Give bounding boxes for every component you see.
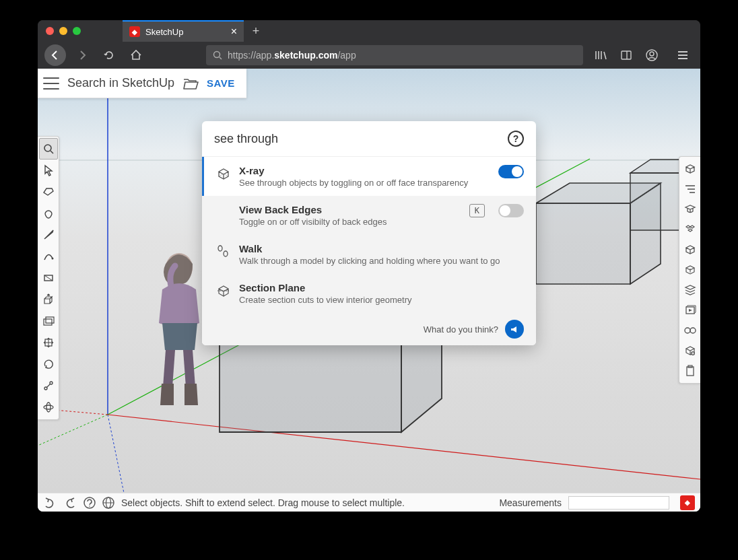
language-icon[interactable] (102, 497, 114, 509)
nav-back-button[interactable] (44, 44, 66, 66)
result-desc: Create section cuts to view interior geo… (239, 295, 524, 305)
nav-reload-button[interactable] (98, 44, 120, 66)
tab-title: SketchUp (145, 27, 183, 37)
svg-point-25 (44, 387, 47, 390)
panel-entity-info[interactable] (681, 159, 699, 179)
sidebar-icon[interactable] (615, 44, 637, 66)
search-input[interactable] (214, 132, 508, 146)
library-icon[interactable] (590, 44, 611, 66)
panel-components[interactable] (681, 219, 699, 240)
panel-instructor[interactable] (681, 199, 699, 219)
svg-line-18 (51, 151, 53, 153)
app-header: Search in SketchUp SAVE (38, 69, 246, 98)
tool-paint[interactable] (39, 203, 58, 224)
search-result-walk[interactable]: Walk Walk through a model by clicking an… (202, 235, 536, 274)
tool-offset[interactable] (39, 310, 58, 332)
tool-pushpull[interactable] (39, 289, 58, 310)
account-icon[interactable] (641, 44, 663, 66)
tool-line[interactable] (39, 224, 58, 246)
sketchup-logo-icon[interactable]: ◆ (680, 495, 695, 510)
browser-tab[interactable]: ◆ SketchUp × (123, 20, 244, 42)
tool-orbit[interactable] (39, 396, 58, 418)
svg-rect-23 (46, 317, 54, 323)
svg-point-26 (50, 382, 53, 384)
svg-line-11 (108, 415, 125, 493)
search-panel: ? X-ray See through objects by toggling … (202, 121, 536, 345)
feedback-button[interactable] (505, 320, 524, 339)
titlebar: ◆ SketchUp × + (38, 20, 700, 42)
panel-scenes[interactable] (681, 300, 699, 320)
left-toolbar (38, 136, 59, 420)
url-bar[interactable]: https://app.sketchup.com/app (206, 45, 583, 65)
svg-line-27 (47, 384, 51, 388)
right-toolbar (679, 156, 700, 384)
nav-forward-button[interactable] (71, 44, 93, 66)
panel-display[interactable] (681, 320, 699, 341)
new-tab-button[interactable]: + (246, 22, 265, 40)
svg-line-40 (224, 174, 228, 176)
panel-outliner[interactable] (681, 179, 699, 199)
svg-point-35 (690, 328, 696, 333)
url-text: https://app.sketchup.com/app (228, 50, 356, 61)
browser-window: ◆ SketchUp × + https://app.sketchup.com/… (38, 20, 700, 512)
measurements-input[interactable] (568, 496, 669, 510)
tool-tape[interactable] (39, 375, 58, 396)
panel-materials[interactable] (681, 240, 699, 260)
svg-point-17 (44, 145, 51, 151)
tool-eraser[interactable] (39, 181, 58, 203)
redo-button[interactable] (63, 497, 77, 508)
section-plane-icon (216, 283, 231, 298)
help-button[interactable]: ? (508, 131, 524, 147)
tool-rectangle[interactable] (39, 267, 58, 289)
svg-line-14 (108, 415, 700, 479)
svg-point-5 (650, 52, 654, 56)
result-title: Walk (239, 243, 524, 254)
svg-point-44 (89, 505, 90, 507)
svg-rect-22 (44, 319, 52, 325)
panel-3dwarehouse[interactable] (681, 341, 699, 361)
folder-open-icon[interactable] (182, 77, 199, 90)
tab-close-button[interactable]: × (231, 26, 237, 38)
save-button[interactable]: SAVE (207, 77, 235, 89)
search-placeholder[interactable]: Search in SketchUp (67, 76, 174, 90)
tool-move[interactable] (39, 332, 58, 353)
sketchup-favicon-icon: ◆ (129, 26, 140, 37)
back-edges-toggle[interactable] (498, 204, 524, 217)
xray-icon (216, 166, 231, 181)
window-maximize-button[interactable] (73, 27, 81, 35)
help-icon[interactable] (83, 497, 96, 509)
window-close-button[interactable] (46, 27, 54, 35)
nav-home-button[interactable] (125, 44, 147, 66)
panel-layers[interactable] (681, 280, 699, 300)
search-result-back-edges[interactable]: View Back Edges Toggle on or off visibil… (202, 196, 536, 235)
result-desc: Toggle on or off visibilty of back edges (239, 217, 461, 227)
search-result-xray[interactable]: X-ray See through objects by toggling on… (202, 157, 536, 196)
menu-icon[interactable] (672, 44, 694, 66)
xray-toggle[interactable] (498, 165, 524, 178)
undo-button[interactable] (43, 497, 57, 508)
tool-rotate[interactable] (39, 353, 58, 375)
result-title: View Back Edges (239, 204, 461, 215)
measurements-label: Measurements (499, 497, 562, 508)
canvas-viewport[interactable]: ? X-ray See through objects by toggling … (38, 69, 700, 493)
tool-select[interactable] (39, 160, 58, 181)
svg-point-19 (52, 258, 54, 260)
panel-clipboard[interactable] (681, 361, 699, 381)
svg-rect-37 (687, 367, 694, 376)
svg-line-39 (219, 174, 224, 176)
svg-line-21 (44, 275, 53, 281)
search-icon (213, 50, 222, 60)
browser-navbar: https://app.sketchup.com/app (38, 42, 700, 69)
blank-icon (216, 205, 231, 220)
status-hint: Select objects. Shift to extend select. … (121, 497, 405, 508)
menu-button[interactable] (43, 77, 59, 90)
tool-arc[interactable] (39, 246, 58, 267)
tool-search[interactable] (39, 138, 58, 160)
svg-point-28 (44, 405, 53, 409)
search-result-section-plane[interactable]: Section Plane Create section cuts to vie… (202, 274, 536, 313)
search-panel-footer: What do you think? (202, 313, 536, 345)
svg-rect-2 (622, 51, 631, 59)
panel-tags[interactable] (681, 260, 699, 280)
status-bar: Select objects. Shift to extend select. … (38, 493, 700, 512)
window-minimize-button[interactable] (59, 27, 67, 35)
